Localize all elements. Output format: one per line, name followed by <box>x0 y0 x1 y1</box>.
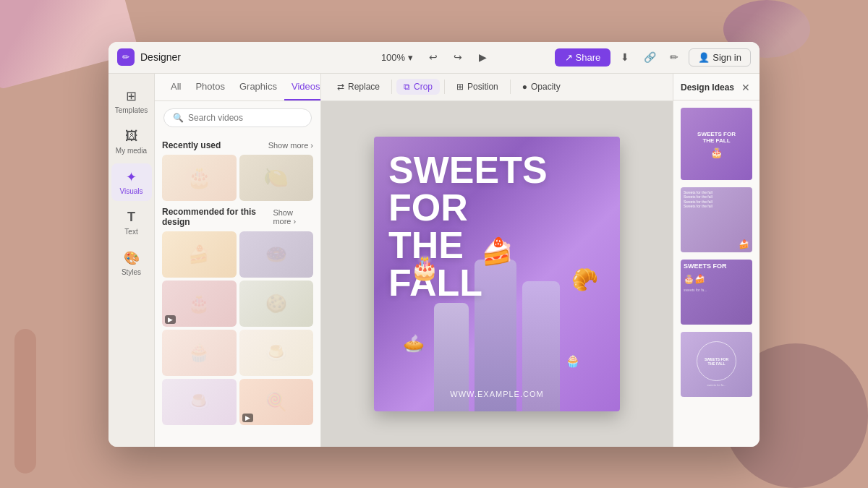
tab-graphics[interactable]: Graphics <box>232 74 284 100</box>
media-thumb-rec-1[interactable]: 🍰 <box>162 231 237 278</box>
recommended-show-more[interactable]: Show more › <box>273 208 313 226</box>
media-thumb-inner-2: 🍋 <box>239 155 314 201</box>
media-thumb-rec-6[interactable]: 🍮 <box>239 330 314 376</box>
crop-icon: ⧉ <box>404 82 410 92</box>
position-button[interactable]: ⊞ Position <box>449 79 506 95</box>
media-thumb-rec-7[interactable]: 🍮 <box>162 379 237 425</box>
download-button[interactable]: ⬇ <box>615 47 635 67</box>
ideas-header: Design Ideas ✕ <box>673 74 760 100</box>
recently-used-title: Recently used <box>162 140 221 150</box>
templates-label: Templates <box>115 106 148 114</box>
media-thumb-inner-3: 🍰 <box>162 231 237 278</box>
idea-card-3-subtext: sweets for fa... <box>684 288 749 292</box>
panel-scroll: Recently used Show more › 🎂 🍋 <box>155 134 320 447</box>
sidebar-item-mymedia[interactable]: 🖼 My media <box>111 123 152 160</box>
media-thumb-rec-3[interactable]: 🎂 ▶ <box>162 281 237 327</box>
position-icon: ⊞ <box>456 82 464 92</box>
idea-card-4-subtext: sweets for fa... <box>707 383 726 387</box>
share-button[interactable]: ↗ Share <box>555 48 611 67</box>
idea-card-1-text: Sweets forthe fall <box>694 129 739 147</box>
signin-label: Sign in <box>712 52 741 63</box>
content-panel: All Photos Graphics Videos 🔍 <box>155 74 321 447</box>
zoom-control[interactable]: 100% ▾ <box>375 49 419 66</box>
media-thumb-recent-2[interactable]: 🍋 <box>239 155 314 201</box>
crop-label: Crop <box>414 82 433 92</box>
recommended-section-header: Recommended for this design Show more › <box>162 207 313 227</box>
recommended-grid: 🍰 🍩 🎂 ▶ <box>162 231 313 425</box>
bg-decoration-bottomleft <box>14 329 36 474</box>
replace-button[interactable]: ⇄ Replace <box>330 79 387 95</box>
food-item-tart: 🥧 <box>403 333 425 354</box>
search-bar[interactable]: 🔍 <box>163 108 312 127</box>
media-thumb-inner-6: 🍪 <box>239 281 314 327</box>
toolbar-divider-3 <box>510 80 511 94</box>
app-name: Designer <box>140 51 181 63</box>
media-thumb-recent-1[interactable]: 🎂 <box>162 155 237 201</box>
video-badge-8: ▶ <box>242 414 253 422</box>
mymedia-label: My media <box>116 147 147 155</box>
canvas-url: WWW.EXAMPLE.COM <box>450 390 543 398</box>
app-logo: ✏ <box>117 48 135 66</box>
recommended-title: Recommended for this design <box>162 207 273 227</box>
idea-card-1[interactable]: Sweets forthe fall 🎂 <box>679 106 754 181</box>
opacity-button[interactable]: ● Opacity <box>515 79 568 95</box>
media-thumb-inner-1: 🎂 <box>162 155 237 201</box>
idea-card-3[interactable]: SWEETS FOR 🎂🍰 sweets for fa... <box>679 258 754 326</box>
ideas-title: Design Ideas <box>681 82 734 93</box>
redo-button[interactable]: ↪ <box>448 47 468 67</box>
recently-used-show-more[interactable]: Show more › <box>268 141 313 150</box>
toolbar-divider-1 <box>391 80 392 94</box>
idea-card-2[interactable]: Sweets for the fallSweets for the fallSw… <box>679 186 754 254</box>
media-thumb-rec-5[interactable]: 🧁 <box>162 330 237 376</box>
tab-photos[interactable]: Photos <box>188 74 231 100</box>
icon-sidebar: ⊞ Templates 🖼 My media ✦ Visuals T Text … <box>109 74 155 447</box>
idea-card-4[interactable]: SWEETS FORTHE FALL sweets for fa... <box>679 330 754 398</box>
share-icon: ↗ <box>565 52 573 63</box>
ideas-scroll: Sweets forthe fall 🎂 Sweets for the fall… <box>673 100 760 447</box>
media-thumb-inner-7: 🧁 <box>162 330 237 376</box>
media-thumb-inner-8: 🍮 <box>239 330 314 376</box>
search-icon: 🔍 <box>173 113 184 123</box>
signin-icon: 👤 <box>698 52 710 63</box>
sidebar-item-visuals[interactable]: ✦ Visuals <box>111 163 152 201</box>
food-item-cake-1: 🎂 <box>410 254 439 281</box>
canvas-wrapper: SWEETS FOR THE FALL 🎂 🍰 🥐 <box>359 101 634 447</box>
recently-used-grid: 🎂 🍋 <box>162 155 313 201</box>
ideas-close-button[interactable]: ✕ <box>739 81 752 94</box>
food-item-cupcake: 🧁 <box>566 354 580 368</box>
media-thumb-rec-4[interactable]: 🍪 <box>239 281 314 327</box>
sidebar-item-templates[interactable]: ⊞ Templates <box>111 82 152 120</box>
tab-all[interactable]: All <box>163 74 188 100</box>
idea-card-3-text: SWEETS FOR <box>684 262 749 270</box>
draw-button[interactable]: ✏ <box>664 47 684 67</box>
link-button[interactable]: 🔗 <box>639 47 660 67</box>
sidebar-item-styles[interactable]: 🎨 Styles <box>111 244 152 282</box>
signin-button[interactable]: 👤 Sign in <box>689 48 751 67</box>
media-thumb-inner-9: 🍮 <box>162 379 237 425</box>
design-canvas[interactable]: SWEETS FOR THE FALL 🎂 🍰 🥐 <box>374 137 620 411</box>
idea-card-2-text: Sweets for the fallSweets for the fallSw… <box>684 190 749 209</box>
media-thumb-rec-2[interactable]: 🍩 <box>239 231 314 278</box>
panel-tabs: All Photos Graphics Videos <box>155 74 320 101</box>
sidebar-item-text[interactable]: T Text <box>111 204 152 241</box>
title-bar-center: 100% ▾ ↩ ↪ ▶ <box>375 47 493 67</box>
opacity-label: Opacity <box>531 82 561 92</box>
main-content: ⊞ Templates 🖼 My media ✦ Visuals T Text … <box>109 74 760 447</box>
canvas-area: ⇄ Replace ⧉ Crop ⊞ Position ● Opacity <box>321 74 673 447</box>
undo-button[interactable]: ↩ <box>423 47 443 67</box>
crop-button[interactable]: ⧉ Crop <box>396 79 440 95</box>
text-icon: T <box>124 210 140 226</box>
visuals-icon: ✦ <box>124 169 140 185</box>
replace-label: Replace <box>348 82 380 92</box>
position-label: Position <box>467 82 498 92</box>
zoom-chevron: ▾ <box>408 52 413 63</box>
media-thumb-rec-8[interactable]: 🍭 ▶ <box>239 379 314 425</box>
play-button[interactable]: ▶ <box>472 47 493 67</box>
share-label: Share <box>576 52 601 63</box>
canvas-toolbar: ⇄ Replace ⧉ Crop ⊞ Position ● Opacity <box>321 74 673 101</box>
replace-icon: ⇄ <box>337 82 344 92</box>
styles-label: Styles <box>122 268 141 276</box>
search-input[interactable] <box>188 113 302 123</box>
tab-videos[interactable]: Videos <box>284 74 321 100</box>
title-bar-actions: ↗ Share ⬇ 🔗 ✏ 👤 Sign in <box>555 47 751 67</box>
